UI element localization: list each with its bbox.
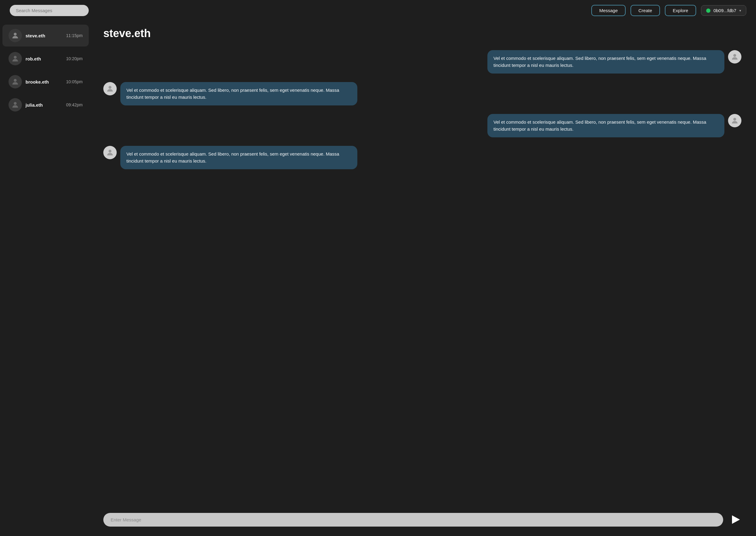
conversation-name-julia: julia.eth — [25, 102, 43, 108]
send-button[interactable] — [728, 512, 744, 527]
message-avatar-4 — [103, 146, 117, 159]
conversation-info-steve: steve.eth 11:15pm — [25, 33, 82, 38]
message-bubble-2: Vel et commodo et scelerisque aliquam. S… — [120, 82, 357, 105]
conversation-info-rob: rob.eth 10:20pm — [25, 56, 82, 61]
message-bubble-3: Vel et commodo et scelerisque aliquam. S… — [487, 114, 724, 137]
input-area — [103, 507, 744, 530]
svg-point-0 — [14, 33, 16, 36]
avatar-julia — [9, 98, 22, 112]
conversation-name-brooke: brooke.eth — [25, 79, 49, 84]
svg-point-6 — [733, 118, 736, 120]
send-icon — [732, 515, 740, 524]
conversation-name-rob: rob.eth — [25, 56, 41, 61]
chat-title: steve.eth — [103, 27, 744, 43]
conversation-item-julia[interactable]: julia.eth 09:42pm — [2, 94, 89, 116]
chat-area: steve.eth Vel et commodo et scelerisque … — [91, 21, 756, 536]
conversation-time-steve: 11:15pm — [66, 33, 82, 38]
message-avatar-1 — [728, 50, 741, 63]
conversation-time-rob: 10:20pm — [66, 56, 82, 61]
avatar-brooke — [9, 75, 22, 88]
message-row-1: Vel et commodo et scelerisque aliquam. S… — [103, 50, 741, 74]
wallet-address: 0b09...fdb7 — [713, 8, 736, 13]
conversation-item-brooke[interactable]: brooke.eth 10:05pm — [2, 71, 89, 93]
conversation-info-brooke: brooke.eth 10:05pm — [25, 79, 82, 84]
svg-point-7 — [109, 150, 111, 152]
message-bubble-1: Vel et commodo et scelerisque aliquam. S… — [487, 50, 724, 74]
message-bubble-4: Vel et commodo et scelerisque aliquam. S… — [120, 146, 357, 169]
message-row-2: Vel et commodo et scelerisque aliquam. S… — [103, 82, 741, 105]
conversation-item-rob[interactable]: rob.eth 10:20pm — [2, 48, 89, 70]
message-avatar-2 — [103, 82, 117, 95]
conversation-time-brooke: 10:05pm — [66, 79, 82, 84]
message-button[interactable]: Message — [591, 5, 626, 16]
conversation-meta-julia: julia.eth 09:42pm — [25, 102, 82, 108]
main-layout: steve.eth 11:15pm rob.eth 10:20pm — [0, 21, 756, 536]
message-input[interactable] — [103, 513, 723, 526]
conversation-info-julia: julia.eth 09:42pm — [25, 102, 82, 108]
search-container — [10, 5, 89, 16]
message-row-3: Vel et commodo et scelerisque aliquam. S… — [103, 114, 741, 137]
chevron-down-icon: ▾ — [739, 9, 741, 13]
avatar-steve — [9, 29, 22, 42]
svg-point-1 — [14, 56, 16, 59]
wallet-status-dot — [706, 9, 710, 13]
message-avatar-3 — [728, 114, 741, 127]
create-button[interactable]: Create — [631, 5, 660, 16]
avatar-rob — [9, 52, 22, 65]
svg-point-5 — [109, 86, 111, 89]
search-input[interactable] — [10, 5, 89, 16]
header: Message Create Explore 0b09...fdb7 ▾ — [0, 0, 756, 21]
svg-point-2 — [14, 79, 16, 82]
conversation-item-steve[interactable]: steve.eth 11:15pm — [2, 25, 89, 47]
conversation-meta-steve: steve.eth 11:15pm — [25, 33, 82, 38]
messages-container: Vel et commodo et scelerisque aliquam. S… — [103, 50, 744, 507]
sidebar: steve.eth 11:15pm rob.eth 10:20pm — [0, 21, 91, 536]
header-nav: Message Create Explore 0b09...fdb7 ▾ — [591, 5, 746, 16]
message-row-4: Vel et commodo et scelerisque aliquam. S… — [103, 146, 741, 169]
svg-point-4 — [733, 54, 736, 57]
conversation-time-julia: 09:42pm — [66, 102, 82, 107]
explore-button[interactable]: Explore — [665, 5, 696, 16]
wallet-button[interactable]: 0b09...fdb7 ▾ — [701, 5, 746, 16]
svg-point-3 — [14, 102, 16, 105]
conversation-meta-brooke: brooke.eth 10:05pm — [25, 79, 82, 84]
conversation-name-steve: steve.eth — [25, 33, 45, 38]
conversation-meta-rob: rob.eth 10:20pm — [25, 56, 82, 61]
